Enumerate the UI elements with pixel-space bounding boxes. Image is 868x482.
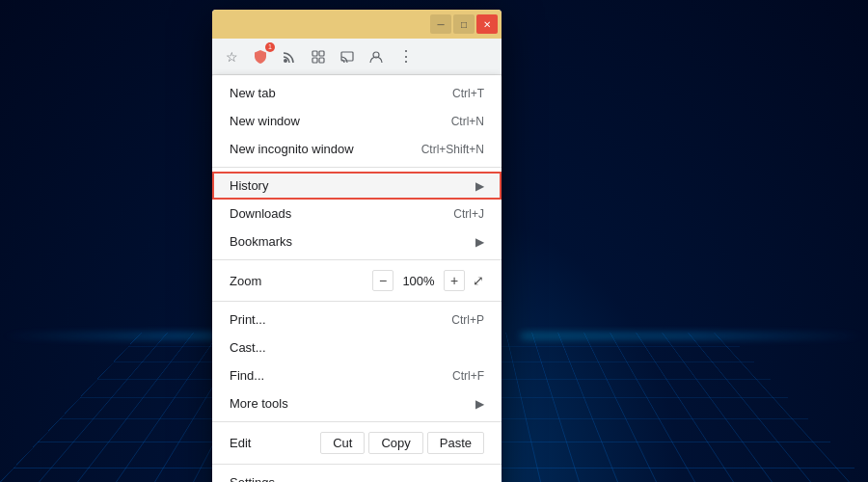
menu-item-label: New window (230, 114, 300, 128)
paste-button[interactable]: Paste (427, 432, 484, 454)
glow-right (521, 335, 868, 337)
browser-window: ─ □ ✕ ☆ 1 ⋮ New tab Ctrl+T (212, 10, 502, 482)
svg-rect-3 (312, 58, 317, 63)
title-bar: ─ □ ✕ (212, 10, 502, 39)
menu-item-label: More tools (230, 396, 288, 411)
zoom-label: Zoom (230, 274, 372, 288)
context-menu: New tab Ctrl+T New window Ctrl+N New inc… (212, 75, 502, 482)
divider-5 (212, 464, 502, 465)
svg-rect-5 (341, 52, 353, 61)
copy-button[interactable]: Copy (368, 432, 422, 454)
menu-item-label: Find... (230, 368, 264, 383)
menu-shortcut: Ctrl+F (452, 369, 484, 383)
toolbar: ☆ 1 ⋮ (212, 39, 502, 75)
account-icon[interactable] (365, 45, 388, 68)
menu-dots-icon[interactable]: ⋮ (393, 45, 417, 68)
menu-item-label: New incognito window (230, 142, 354, 156)
menu-item-label: New tab (230, 86, 276, 100)
menu-item-history[interactable]: History ▶ (212, 172, 502, 200)
menu-item-new-tab[interactable]: New tab Ctrl+T (212, 79, 502, 107)
menu-item-settings[interactable]: Settings (212, 469, 502, 482)
menu-item-label: Settings (230, 475, 275, 482)
menu-shortcut: Ctrl+J (453, 207, 484, 221)
menu-item-label: Print... (230, 312, 266, 327)
menu-item-bookmarks[interactable]: Bookmarks ▶ (212, 228, 502, 255)
divider-4 (212, 421, 502, 422)
menu-item-new-incognito[interactable]: New incognito window Ctrl+Shift+N (212, 135, 502, 163)
menu-item-label: Downloads (230, 206, 291, 221)
menu-shortcut: Ctrl+N (451, 115, 484, 128)
zoom-controls: − 100% + ⤢ (372, 270, 484, 291)
close-button[interactable]: ✕ (476, 14, 498, 34)
svg-point-0 (284, 59, 287, 63)
svg-rect-1 (312, 51, 317, 56)
menu-item-find[interactable]: Find... Ctrl+F (212, 362, 502, 389)
menu-shortcut: Ctrl+Shift+N (421, 143, 484, 156)
minimize-button[interactable]: ─ (430, 14, 451, 34)
menu-item-cast[interactable]: Cast... (212, 334, 502, 362)
zoom-fullscreen-button[interactable]: ⤢ (473, 273, 484, 288)
zoom-value: 100% (401, 274, 436, 288)
cast-icon[interactable] (336, 45, 359, 68)
rss-icon[interactable] (278, 45, 301, 68)
cut-button[interactable]: Cut (320, 432, 365, 454)
menu-item-label: History (230, 178, 268, 193)
divider-2 (212, 259, 502, 260)
submenu-arrow: ▶ (475, 397, 484, 411)
submenu-arrow: ▶ (475, 179, 484, 193)
edit-label: Edit (230, 436, 320, 450)
maximize-button[interactable]: □ (453, 14, 475, 34)
menu-item-label: Cast... (230, 340, 266, 355)
submenu-arrow: ▶ (475, 235, 484, 249)
shield-icon[interactable]: 1 (249, 45, 272, 68)
divider-1 (212, 167, 502, 168)
menu-shortcut: Ctrl+P (451, 313, 484, 327)
menu-item-new-window[interactable]: New window Ctrl+N (212, 107, 502, 135)
zoom-row[interactable]: Zoom − 100% + ⤢ (212, 264, 502, 297)
menu-item-label: Bookmarks (230, 234, 292, 249)
menu-item-more-tools[interactable]: More tools ▶ (212, 389, 502, 417)
menu-shortcut: Ctrl+T (452, 87, 484, 100)
divider-3 (212, 301, 502, 302)
zoom-plus-button[interactable]: + (444, 270, 465, 291)
puzzle-icon[interactable] (307, 45, 330, 68)
menu-item-print[interactable]: Print... Ctrl+P (212, 306, 502, 334)
edit-row: Edit Cut Copy Paste (212, 426, 502, 460)
shield-badge: 1 (265, 42, 275, 52)
star-icon[interactable]: ☆ (220, 45, 243, 68)
zoom-minus-button[interactable]: − (372, 270, 393, 291)
edit-buttons: Cut Copy Paste (320, 432, 484, 454)
svg-rect-4 (319, 58, 324, 63)
svg-rect-2 (319, 51, 324, 56)
menu-item-downloads[interactable]: Downloads Ctrl+J (212, 200, 502, 228)
